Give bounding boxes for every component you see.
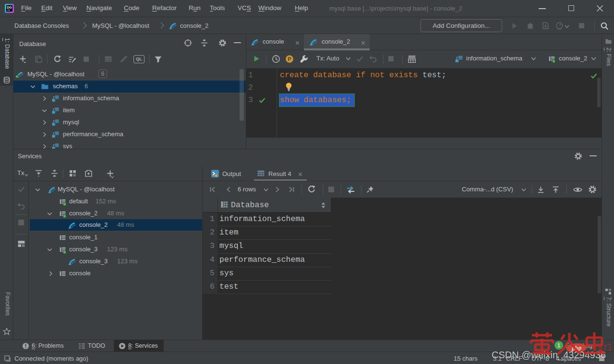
svg-text:P: P bbox=[288, 56, 291, 62]
